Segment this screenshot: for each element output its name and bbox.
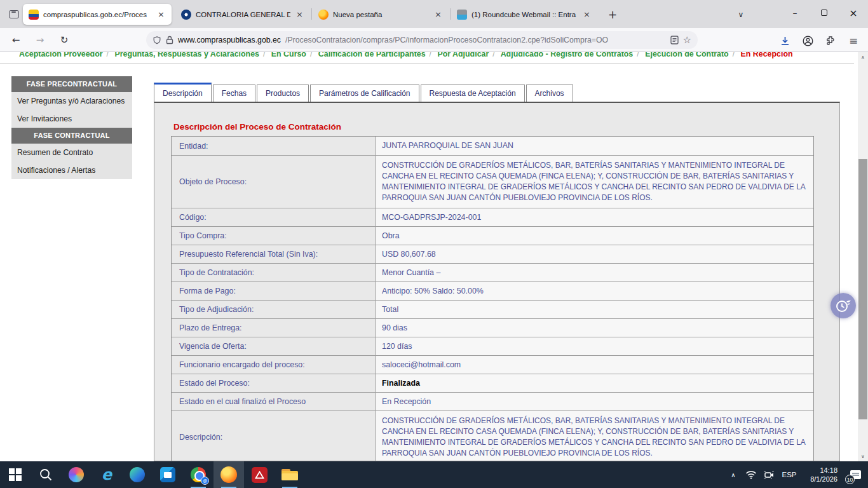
- wifi-icon[interactable]: [742, 461, 760, 488]
- url-domain: www.compraspublicas.gob.ec: [178, 36, 281, 44]
- tab-separator: [311, 8, 312, 20]
- webpage-viewport: Aceptación Proveedor/ Preguntas, Respues…: [0, 52, 868, 461]
- breadcrumb-separator: /: [633, 52, 642, 58]
- search-button[interactable]: [31, 461, 61, 488]
- page-scrollbar[interactable]: ∧ ∨: [858, 52, 868, 461]
- shield-icon[interactable]: [153, 36, 161, 45]
- breadcrumb-item-current: En Recepción: [741, 52, 793, 58]
- notification-center-button[interactable]: 10: [843, 461, 868, 488]
- breadcrumb-item[interactable]: Ejecución de Contrato: [645, 52, 729, 58]
- tray-chevron-up-icon[interactable]: ∧: [724, 461, 742, 488]
- roundcube-favicon: [457, 10, 467, 20]
- sidebar-item-resumen-contrato[interactable]: Resumen de Contrato: [11, 144, 132, 161]
- breadcrumb-item[interactable]: Por Adjudicar: [437, 52, 489, 58]
- sidebar-item-notificaciones[interactable]: Notificaciones / Alertas: [11, 161, 132, 179]
- timer-extension-widget[interactable]: [831, 293, 856, 318]
- breadcrumb-separator: /: [259, 52, 269, 58]
- file-explorer-icon: [281, 469, 298, 480]
- meet-now-camera-icon[interactable]: [760, 461, 778, 488]
- row-label: Descripción:: [172, 411, 375, 461]
- breadcrumb-item[interactable]: En Curso: [271, 52, 306, 58]
- table-row: Código:MCO-GADPRSJP-2024-001: [172, 208, 813, 226]
- breadcrumb-item[interactable]: Preguntas, Respuestas y Aclaraciones: [114, 52, 259, 58]
- row-value: Menor Cuantía –: [375, 264, 813, 281]
- table-row: Estado del Proceso:Finalizada: [172, 374, 813, 392]
- sidebar-item-ver-invitaciones[interactable]: Ver Invitaciones: [11, 110, 132, 128]
- process-tabs: Descripción Fechas Productos Parámetros …: [154, 83, 574, 102]
- browser-tab-bar: compraspublicas.gob.ec/Proces × CONTRALO…: [0, 0, 868, 28]
- breadcrumb-item[interactable]: Aceptación Proveedor: [19, 52, 103, 58]
- start-button[interactable]: [0, 461, 31, 488]
- hamburger-menu-icon[interactable]: ≡: [845, 33, 862, 48]
- edge-button[interactable]: [122, 461, 153, 488]
- table-row: Plazo de Entrega:90 dias: [172, 318, 813, 337]
- extension-icon[interactable]: [822, 33, 839, 48]
- scroll-down-arrow-icon[interactable]: ∨: [858, 451, 868, 461]
- browser-tab-compraspublicas[interactable]: compraspublicas.gob.ec/Proces ×: [23, 4, 172, 25]
- tab-title: (1) Roundcube Webmail :: Entra: [471, 11, 578, 18]
- window-close-button[interactable]: ×: [839, 0, 868, 25]
- address-bar[interactable]: www.compraspublicas.gob.ec/ProcesoContra…: [146, 31, 698, 49]
- description-panel: Descripción del Proceso de Contratación …: [154, 102, 840, 461]
- file-explorer-button[interactable]: [275, 461, 305, 488]
- tab-separator: [450, 8, 451, 20]
- firefox-view-button[interactable]: [6, 7, 22, 21]
- language-indicator[interactable]: ESP: [778, 471, 801, 478]
- outlook-icon: [160, 467, 175, 482]
- reload-button[interactable]: ↻: [56, 32, 72, 48]
- tab-respuesta[interactable]: Respuesta de Aceptación: [421, 85, 525, 102]
- breadcrumb-item[interactable]: Adjudicado - Registro de Contratos: [501, 52, 634, 58]
- chrome-button[interactable]: @: [183, 461, 214, 488]
- browser-tab-contraloria[interactable]: CONTRALORIA GENERAL DEL ES ×: [175, 4, 310, 25]
- tab-fechas[interactable]: Fechas: [213, 85, 255, 102]
- reader-mode-icon[interactable]: [670, 36, 679, 44]
- list-all-tabs-chevron-icon[interactable]: ∨: [732, 6, 750, 24]
- scroll-up-arrow-icon[interactable]: ∧: [858, 52, 868, 62]
- forward-button[interactable]: →: [32, 32, 48, 48]
- scrollbar-thumb[interactable]: [858, 159, 867, 419]
- row-label: Entidad:: [172, 137, 375, 155]
- account-icon[interactable]: [799, 33, 816, 48]
- firefox-button[interactable]: [214, 461, 244, 488]
- tab-productos[interactable]: Productos: [257, 85, 309, 102]
- tab-close-icon[interactable]: ×: [433, 10, 443, 19]
- row-value: Obra: [375, 227, 813, 245]
- row-label: Vigencia de Oferta:: [172, 337, 375, 355]
- row-value: USD 80,607.68: [375, 245, 813, 263]
- bookmark-star-icon[interactable]: ☆: [683, 34, 691, 46]
- breadcrumb: Aceptación Proveedor/ Preguntas, Respues…: [19, 52, 793, 62]
- outlook-button[interactable]: [153, 461, 183, 488]
- copilot-button[interactable]: [61, 461, 92, 488]
- sidebar-item-ver-preguntas[interactable]: Ver Preguntas y/ó Aclaraciones: [11, 92, 132, 110]
- lock-icon[interactable]: [166, 36, 173, 44]
- clock[interactable]: 14:18 8/1/2026: [801, 466, 837, 484]
- new-tab-button[interactable]: +: [604, 6, 621, 24]
- tab-parametros[interactable]: Parámetros de Calificación: [310, 85, 419, 102]
- tab-archivos[interactable]: Archivos: [526, 85, 573, 102]
- breadcrumb-item[interactable]: Calificación de Participantes: [318, 52, 426, 58]
- internet-explorer-icon: e: [102, 468, 112, 482]
- back-button[interactable]: ←: [8, 32, 24, 48]
- window-minimize-button[interactable]: –: [780, 0, 810, 25]
- row-label: Plazo de Entrega:: [172, 319, 375, 337]
- downloads-icon[interactable]: [776, 33, 793, 48]
- window-maximize-button[interactable]: [810, 0, 839, 25]
- details-table: Entidad:JUNTA PARROQUIAL DE SAN JUAN Obj…: [171, 136, 814, 461]
- breadcrumb-separator: /: [306, 52, 316, 58]
- table-row: Tipo de Adjudicación:Total: [172, 300, 813, 318]
- table-row: Vigencia de Oferta:120 días: [172, 337, 813, 355]
- divider: [0, 63, 854, 64]
- copilot-icon: [69, 467, 84, 482]
- tray-time: 14:18: [820, 466, 837, 474]
- internet-explorer-button[interactable]: e: [92, 461, 122, 488]
- breadcrumb-separator: /: [426, 52, 435, 58]
- browser-tab-roundcube[interactable]: (1) Roundcube Webmail :: Entra ×: [451, 4, 597, 25]
- tab-close-icon[interactable]: ×: [582, 10, 592, 19]
- row-value: Anticipo: 50% Saldo: 50.00%: [375, 282, 813, 300]
- table-row: Tipo de Contratación:Menor Cuantía –: [172, 263, 813, 281]
- acrobat-button[interactable]: [244, 461, 275, 488]
- browser-tab-nueva-pestana[interactable]: Nueva pestaña ×: [313, 4, 449, 25]
- tab-descripcion[interactable]: Descripción: [154, 83, 212, 102]
- tab-close-icon[interactable]: ×: [156, 10, 166, 19]
- tab-close-icon[interactable]: ×: [295, 10, 304, 19]
